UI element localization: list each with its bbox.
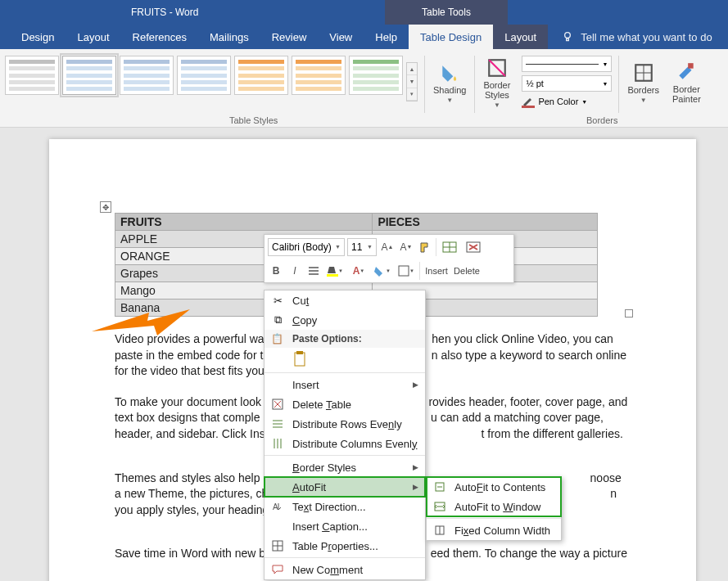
tab-help[interactable]: Help (364, 25, 409, 49)
border-painter-icon (676, 61, 697, 83)
delete-label: Delete (453, 266, 481, 276)
ctx-dist-rows[interactable]: Distribute Rows Evenly (265, 414, 425, 434)
highlight-icon[interactable]: ▼ (324, 263, 346, 279)
table-style-thumb[interactable] (292, 56, 346, 95)
ctx-paste-options: 📋Paste Options: (265, 330, 425, 348)
copy-icon: ⧉ (271, 313, 284, 327)
table-props-icon (271, 539, 284, 552)
ctx-copy[interactable]: ⧉Copy (265, 310, 425, 330)
delete-table-icon (466, 241, 481, 253)
autofit-submenu: AutoFit to Contents AutoFit to Window Fi… (426, 476, 562, 541)
svg-rect-15 (296, 351, 303, 354)
ribbon-tabs: Design Layout References Mailings Review… (0, 25, 728, 49)
border-styles-button[interactable]: Border Styles▼ (477, 49, 517, 113)
insert-label: Insert (423, 266, 450, 276)
insert-table-icon (442, 241, 457, 253)
grow-font-icon[interactable]: A▲ (379, 239, 396, 255)
ribbon-body: ▲▼▾ Table Styles Shading▼ Border Styles▼… (0, 49, 728, 128)
comment-icon (271, 563, 284, 576)
border-painter-button[interactable]: Border Painter (666, 49, 708, 113)
insert-button[interactable] (439, 239, 460, 255)
svg-rect-13 (399, 266, 409, 276)
svg-rect-14 (295, 353, 305, 366)
table-style-thumb[interactable] (349, 56, 403, 95)
ctx-cut[interactable]: ✂Cut (265, 290, 425, 310)
paste-option-icon (292, 351, 309, 367)
shading-mini-icon[interactable]: ▼ (372, 263, 393, 279)
dist-cols-icon (271, 437, 284, 450)
autofit-contents-icon (433, 480, 446, 493)
table-style-thumb[interactable] (120, 56, 174, 95)
table-style-thumb[interactable] (177, 56, 231, 95)
autofit-window-icon (433, 500, 446, 513)
shading-icon (439, 62, 460, 83)
cut-icon: ✂ (271, 294, 284, 307)
ctx-insert-caption[interactable]: Insert Caption... (265, 516, 425, 536)
tell-me[interactable]: Tell me what you want to do (561, 30, 712, 43)
tab-mailings[interactable]: Mailings (198, 25, 260, 49)
delete-button[interactable] (463, 239, 484, 255)
ctx-autofit[interactable]: AutoFit▶ (265, 477, 425, 497)
ctx-text-direction[interactable]: AText Direction... (265, 497, 425, 516)
svg-rect-6 (689, 63, 694, 69)
svg-text:A: A (273, 502, 278, 511)
table-style-thumb[interactable] (62, 56, 116, 95)
app-title: FRUITS - Word (131, 7, 198, 18)
svg-rect-2 (522, 106, 535, 108)
borders-mini-icon[interactable]: ▼ (396, 263, 417, 279)
tab-layout[interactable]: Layout (66, 25, 120, 49)
bold-icon[interactable]: B (268, 263, 284, 279)
tab-table-layout[interactable]: Layout (493, 25, 548, 49)
mini-toolbar: Calibri (Body)▼ 11▼ A▲ A▼ B I ▼ A▼ ▼ ▼ I… (264, 234, 514, 283)
table-styles-more[interactable]: ▲▼▾ (406, 62, 418, 101)
ctx-insert[interactable]: Insert▶ (265, 375, 425, 394)
table-move-handle[interactable]: ✥ (100, 201, 111, 213)
tab-design[interactable]: Design (10, 25, 66, 49)
lightbulb-icon (561, 30, 574, 43)
sub-autofit-contents[interactable]: AutoFit to Contents (427, 477, 561, 497)
delete-table-icon (271, 398, 284, 411)
tab-references[interactable]: References (121, 25, 198, 49)
shrink-font-icon[interactable]: A▼ (398, 239, 414, 255)
table-tools-title: Table Tools (385, 0, 508, 25)
fontsize-combo[interactable]: 11▼ (347, 238, 377, 256)
format-painter-icon[interactable] (417, 239, 433, 255)
table-style-thumb[interactable] (5, 56, 59, 95)
ctx-new-comment[interactable]: New Comment (265, 560, 425, 579)
align-icon[interactable] (305, 263, 322, 279)
context-menu: ✂Cut ⧉Copy 📋Paste Options: Insert▶ Delet… (264, 290, 426, 580)
svg-point-0 (565, 33, 571, 38)
font-color-icon[interactable]: A▼ (348, 263, 369, 279)
borders-button[interactable]: Borders▼ (621, 49, 666, 113)
pen-width-combo[interactable]: ½ pt▼ (522, 75, 612, 92)
ctx-border-styles[interactable]: Border Styles▶ (265, 457, 425, 477)
title-bar: FRUITS - Word Table Tools (0, 0, 728, 25)
borders-icon (633, 62, 654, 83)
sub-autofit-window[interactable]: AutoFit to Window (427, 497, 561, 516)
table-style-thumb[interactable] (234, 56, 288, 95)
table-styles-gallery[interactable]: ▲▼▾ (0, 49, 423, 127)
tab-review[interactable]: Review (260, 25, 319, 49)
font-combo[interactable]: Calibri (Body)▼ (268, 238, 345, 256)
border-style-combo[interactable]: ▼ (522, 56, 612, 72)
ctx-delete-table[interactable]: Delete Table (265, 394, 425, 414)
ctx-dist-cols[interactable]: Distribute Columns Evenly (265, 434, 425, 453)
tab-table-design[interactable]: Table Design (409, 25, 493, 49)
tab-view[interactable]: View (318, 25, 364, 49)
ctx-paste-row[interactable] (265, 348, 425, 371)
pen-color-button[interactable]: Pen Color▼ (522, 95, 612, 108)
pen-color-icon (522, 95, 535, 108)
fixed-width-icon (433, 524, 446, 537)
dist-rows-icon (271, 417, 284, 430)
shading-button[interactable]: Shading▼ (427, 49, 473, 113)
text-direction-icon: A (271, 500, 284, 513)
group-table-styles: Table Styles (229, 115, 278, 125)
table-header-row: FRUITSPIECES (115, 214, 598, 231)
ctx-table-properties[interactable]: Table Properties... (265, 536, 425, 556)
svg-rect-12 (327, 274, 338, 277)
italic-icon[interactable]: I (287, 263, 303, 279)
sub-fixed-width[interactable]: Fixed Column Width (427, 520, 561, 540)
paste-icon: 📋 (271, 333, 283, 345)
table-resize-handle[interactable] (625, 309, 633, 318)
group-borders: Borders (586, 115, 618, 125)
